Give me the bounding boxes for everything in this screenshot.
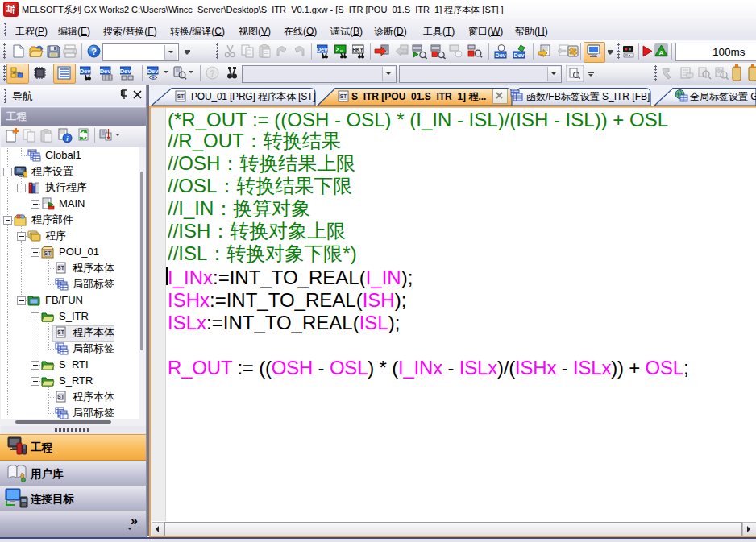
svg-text:?: ? xyxy=(210,68,215,78)
svg-text:Dev: Dev xyxy=(100,68,111,75)
svg-text:Dev: Dev xyxy=(147,68,159,75)
svg-text:ST: ST xyxy=(177,93,184,99)
svg-text:Dev: Dev xyxy=(120,68,131,75)
svg-text:ST: ST xyxy=(57,394,64,399)
svg-text:Dev: Dev xyxy=(514,52,525,58)
svg-text:?: ? xyxy=(91,47,97,56)
svg-text:Dev: Dev xyxy=(80,68,91,75)
svg-text:HKY: HKY xyxy=(352,47,363,52)
svg-text:A: A xyxy=(659,49,664,56)
svg-text:ST: ST xyxy=(44,250,51,256)
svg-text:ST: ST xyxy=(57,265,64,271)
svg-text:Dev: Dev xyxy=(317,46,328,53)
svg-text:ST: ST xyxy=(340,93,347,99)
svg-text:Dev: Dev xyxy=(496,52,506,58)
svg-text:ST: ST xyxy=(57,329,64,335)
